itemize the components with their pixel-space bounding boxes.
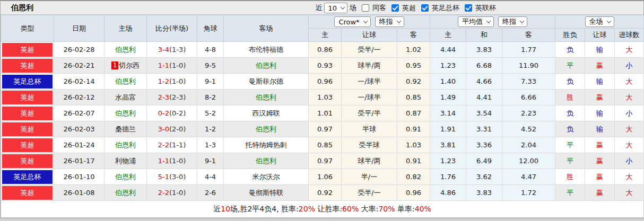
result-goals: 大 xyxy=(615,137,644,153)
league-badge: 英超 xyxy=(2,91,53,104)
result-handicap: 赢 xyxy=(585,185,615,201)
fulltime-score: 3-4 xyxy=(158,46,169,54)
scope-select[interactable]: 全场 xyxy=(585,16,614,27)
league-badge: 英超 xyxy=(2,122,53,136)
home-team: 伯恩利 xyxy=(105,74,147,90)
result-goals: 大 xyxy=(615,185,644,201)
chevron-down-icon xyxy=(520,19,524,23)
match-date: 26-02-03 xyxy=(54,121,105,137)
match-date: 26-02-14 xyxy=(54,74,105,90)
average-select-value: 平均值 xyxy=(462,17,483,26)
result-goals: 大 xyxy=(615,169,644,185)
checkbox-fa-cup[interactable] xyxy=(421,4,429,12)
scope-select-value: 全场 xyxy=(589,17,603,26)
odds-home: 0.85 xyxy=(309,137,342,153)
avg-odds-draw: 4.66 xyxy=(466,74,502,90)
avg-odds-away: 1.72 xyxy=(502,185,555,201)
score-cell: 2-2(1-0) xyxy=(147,185,197,201)
away-team: 曼彻斯特联 xyxy=(224,185,309,201)
col-header-away: 客场 xyxy=(224,15,309,42)
col-header-avg-home: 主 xyxy=(430,29,466,42)
table-row: 英超 26-01-17 利物浦 1-1(1-0) 9-1 伯恩利 0.97 球半… xyxy=(1,153,644,169)
col-header-corner: 角球 xyxy=(197,15,224,42)
odds-handicap: 受平/半 xyxy=(342,105,397,121)
rank-badge: 1 xyxy=(111,61,119,69)
col-header-date: 日期 xyxy=(54,15,105,42)
home-team: 伯恩利 xyxy=(105,169,147,185)
away-team: 曼斯菲尔德 xyxy=(224,74,309,90)
result-wdl: 平 xyxy=(555,185,585,201)
average-select[interactable]: 平均值 xyxy=(458,16,494,27)
checkbox-premier-league[interactable] xyxy=(391,4,399,12)
result-wdl: 负 xyxy=(555,121,585,137)
avg-odds-home: 4.86 xyxy=(430,185,466,201)
checkbox-league-cup[interactable] xyxy=(465,4,472,12)
odds-handicap: 球半/两 xyxy=(342,153,397,169)
filter-controls: 近 10 场 同客 英超 英足总杯 英联杯 xyxy=(315,1,496,15)
odds-home: 1.01 xyxy=(309,105,342,121)
fulltime-score: 1-2 xyxy=(158,77,169,85)
league-badge: 英超 xyxy=(2,138,53,152)
bookmaker-select-value: Crow* xyxy=(338,18,359,26)
avg-odds-draw: 3.36 xyxy=(466,137,502,153)
match-date: 26-01-24 xyxy=(54,137,105,153)
league-type-cell: 英超 xyxy=(1,58,54,74)
recent-label: 近 xyxy=(315,3,322,13)
corner-score: 2-6 xyxy=(197,185,224,201)
checkbox-same-venue[interactable] xyxy=(362,4,369,12)
average-stage-select[interactable]: 终指 xyxy=(498,16,527,27)
avg-odds-draw: 6.68 xyxy=(466,58,502,74)
odds-away: 1.02 xyxy=(397,42,430,58)
halftime-score: (1-0) xyxy=(169,61,186,69)
result-wdl: 负 xyxy=(555,105,585,121)
col-header-home: 主场 xyxy=(105,15,147,42)
result-handicap: 输 xyxy=(585,105,615,121)
col-header-type: 类型 xyxy=(1,15,54,42)
result-goals: 大 xyxy=(615,74,644,90)
match-date: 26-02-12 xyxy=(54,90,105,105)
score-cell: 5-1(3-0) xyxy=(147,169,197,185)
odds-away: 0.91 xyxy=(397,153,430,169)
match-date: 26-02-21 xyxy=(54,58,105,74)
result-handicap: 赢 xyxy=(585,169,615,185)
result-wdl: 胜 xyxy=(555,169,585,185)
score-cell: 1-1(1-0) xyxy=(147,58,197,74)
home-team: 桑德兰 xyxy=(105,121,147,137)
chevron-down-icon xyxy=(396,19,401,23)
halftime-score: (1-0) xyxy=(169,157,186,165)
avg-odds-away: 4.52 xyxy=(502,121,555,137)
bookmaker-select[interactable]: Crow* xyxy=(334,16,370,27)
avg-odds-home: 1.23 xyxy=(430,58,466,74)
fulltime-score: 2-2 xyxy=(158,141,169,149)
halftime-score: (3-0) xyxy=(169,173,186,181)
bookmaker-stage-select[interactable]: 终指 xyxy=(375,16,404,27)
league-badge: 英超 xyxy=(2,59,53,73)
result-handicap: 赢 xyxy=(585,90,615,105)
col-header-avg-away: 客 xyxy=(502,29,555,42)
avg-odds-away: 2.23 xyxy=(502,105,555,121)
odds-handicap: 受半球 xyxy=(342,137,397,153)
col-header-crow-handicap: 让球 xyxy=(342,29,397,42)
result-handicap: 输 xyxy=(585,121,615,137)
result-wdl: 平 xyxy=(555,137,585,153)
home-team: 伯恩利 xyxy=(105,137,147,153)
away-team: 布伦特福德 xyxy=(224,42,309,58)
avg-odds-home: 3.81 xyxy=(430,137,466,153)
score-cell: 2-3(2-3) xyxy=(147,90,197,105)
checkbox-fa-cup-label: 英足总杯 xyxy=(432,3,459,13)
recent-games-select[interactable]: 10 xyxy=(324,3,347,13)
avg-odds-home: 3.14 xyxy=(430,105,466,121)
odds-home: 0.96 xyxy=(309,74,342,90)
table-row: 英足总杯 26-01-10 伯恩利 5-1(3-0) 4-4 米尔沃尔 1.06… xyxy=(1,169,644,185)
col-header-avg-draw: 和 xyxy=(466,29,502,42)
page-background-strip xyxy=(0,218,644,221)
table-row: 英足总杯 26-02-14 伯恩利 1-2(1-0) 9-1 曼斯菲尔德 0.9… xyxy=(1,74,644,90)
col-header-result-wdl: 胜负 xyxy=(555,29,585,42)
score-cell: 0-2(0-2) xyxy=(147,105,197,121)
match-date: 26-01-10 xyxy=(54,169,105,185)
table-row: 英超 26-01-08 伯恩利 2-2(1-0) 2-6 曼彻斯特联 0.92 … xyxy=(1,185,644,201)
scope-select-cell: 全场 xyxy=(555,15,644,29)
col-header-result-goals: 进球数 xyxy=(615,29,644,42)
league-badge: 英超 xyxy=(2,186,53,200)
fulltime-score: 2-2 xyxy=(158,189,169,197)
